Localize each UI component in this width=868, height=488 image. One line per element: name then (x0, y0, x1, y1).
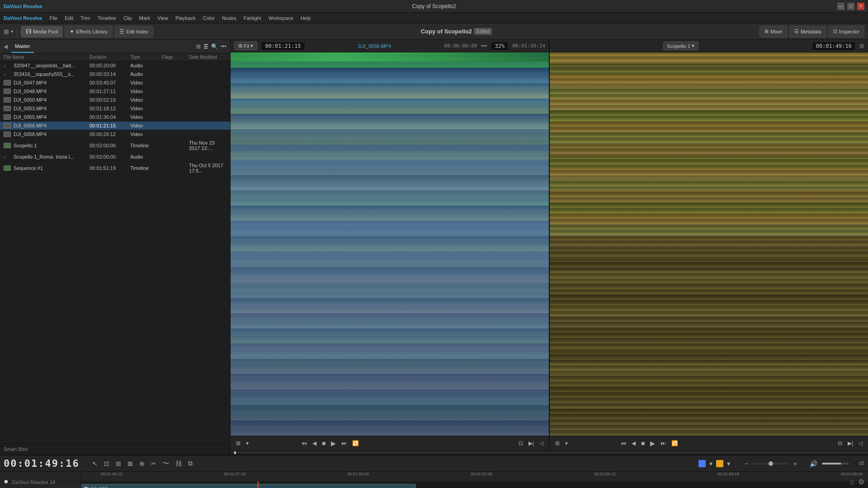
tl-fullscreen[interactable]: ⊟ (836, 439, 844, 447)
menu-workspace[interactable]: Workspace (269, 15, 293, 21)
close-button[interactable]: ✕ (857, 3, 864, 10)
volume-slider[interactable] (822, 463, 849, 465)
tl-loop[interactable]: 🔁 (670, 439, 680, 447)
list-view-icon[interactable]: ☰ (203, 43, 208, 50)
volume-button[interactable]: 🔊 (808, 459, 819, 468)
source-fit-button[interactable]: ⊞ Fit ▾ (234, 42, 257, 50)
menu-file[interactable]: File (49, 15, 57, 21)
flag-orange[interactable] (716, 460, 723, 467)
file-row-3[interactable]: DJI_0048.MP4 00:01:27:11 Video (0, 87, 230, 96)
source-zoom-display[interactable]: 32% (491, 42, 509, 51)
file-row-7[interactable]: DJI_0056.MP4 00:01:21:15 Video (0, 122, 230, 130)
tl-audio-scrub[interactable]: ◁ (857, 439, 864, 447)
zoom-slider[interactable] (753, 463, 789, 465)
panel-toggle-icon[interactable]: ⊞ (4, 28, 9, 35)
file-row-8[interactable]: DJI_0058.MP4 00:00:28:12 Video (0, 130, 230, 139)
blade-tool-button[interactable]: ✂ (149, 459, 158, 468)
menu-trim[interactable]: Trim (80, 15, 90, 21)
file-row-10[interactable]: ♪ Scopello 1_Roma: Inizia l... 00:02:00:… (0, 153, 230, 161)
media-pool-button[interactable]: 🎞 Media Pool (21, 26, 63, 38)
snap-button[interactable]: ⧉ (186, 459, 194, 468)
column-header-name[interactable]: File Name (4, 55, 90, 60)
minimize-button[interactable]: — (837, 3, 844, 10)
search-icon[interactable]: 🔍 (211, 43, 218, 50)
edit-point-button[interactable]: ⊠ (126, 459, 135, 468)
panel-toggle-dropdown[interactable]: ▾ (11, 29, 13, 34)
file-row-5[interactable]: DJI_0053.MP4 00:01:18:12 Video (0, 104, 230, 113)
multi-cam-button[interactable]: ⊞ (114, 459, 123, 468)
source-tc-menu-button[interactable]: ••• (481, 42, 487, 49)
inspector-button[interactable]: ⊡ Inspector (828, 26, 864, 38)
scrubber-handle[interactable] (234, 451, 236, 454)
source-cinema-mode[interactable]: ⊡ (517, 439, 525, 447)
menu-mark[interactable]: Mark (139, 15, 150, 21)
source-view-dropdown[interactable]: ▾ (244, 439, 250, 447)
menu-view[interactable]: View (157, 15, 168, 21)
tl-stop[interactable]: ■ (639, 439, 646, 448)
panel-collapse-icon[interactable]: ◀ (4, 43, 8, 50)
more-icon[interactable]: ••• (221, 43, 226, 50)
source-stop[interactable]: ■ (320, 439, 327, 448)
timeline-timecode-display[interactable]: 00:01:49:16 (812, 42, 856, 51)
tl-view-toggle[interactable]: ⊞ (553, 439, 561, 447)
source-timecode-display[interactable]: 00:01:21:15 (261, 42, 305, 51)
menu-edit[interactable]: Edit (65, 15, 73, 21)
tl-view-dropdown[interactable]: ▾ (563, 439, 570, 447)
column-header-duration[interactable]: Duration (90, 55, 130, 60)
metadata-button[interactable]: ☰ Metadata (789, 26, 826, 38)
timeline-content[interactable]: 📷 DJI_0058 (81, 482, 868, 488)
timeline-view-button[interactable]: Scopello 1 ▾ (663, 42, 698, 50)
file-row-6[interactable]: DJI_0055.MP4 00:01:36:04 Video (0, 113, 230, 122)
source-skip-to-start[interactable]: ⏮ (300, 439, 309, 447)
tl-skip-to-end[interactable]: ⏭ (659, 439, 668, 447)
video-clip-main[interactable]: 📷 DJI_0058 (81, 484, 416, 488)
timecode-ruler[interactable]: 00:01:45:1300:01:47:1900:01:50:0000:01:5… (81, 472, 868, 482)
menu-help[interactable]: Help (301, 15, 311, 21)
file-row-9[interactable]: Scopello 1 00:02:00:06 Timeline Thu Nov … (0, 139, 230, 153)
menu-nodes[interactable]: Nodes (222, 15, 236, 21)
tl-tc-menu-button[interactable]: ⊞ (859, 42, 864, 49)
source-match-frame[interactable]: ▶| (527, 439, 536, 447)
maximize-button[interactable]: □ (847, 3, 854, 10)
file-row-0[interactable]: ♪ 320947__sexpistols__balt... 00:05:20:0… (0, 61, 230, 70)
home-button[interactable]: ⌂ (850, 478, 854, 486)
smart-bins[interactable]: Smart Bins (0, 443, 230, 455)
select-tool-button[interactable]: ↖ (90, 459, 99, 468)
column-header-flags[interactable]: Flags (162, 55, 189, 60)
tl-play[interactable]: ▶ (648, 439, 657, 448)
link-button[interactable]: ⛓ (174, 459, 184, 468)
flag-dropdown[interactable]: ▾ (708, 459, 714, 468)
source-step-back[interactable]: ◀ (311, 439, 318, 447)
file-row-1[interactable]: ♪ 353416__squashy555__s... 00:00:33:14 A… (0, 70, 230, 79)
file-row-4[interactable]: DJI_0050.MP4 00:00:52:15 Video (0, 96, 230, 104)
source-skip-to-end[interactable]: ⏭ (340, 439, 349, 447)
mixer-button[interactable]: ⊞ Mixer (760, 26, 788, 38)
menu-timeline[interactable]: Timeline (98, 15, 116, 21)
menu-fairlight[interactable]: Fairlight (244, 15, 261, 21)
settings-button[interactable]: ⚙ (858, 478, 864, 486)
source-audio-scrub[interactable]: ◁ (538, 439, 545, 447)
edit-index-button[interactable]: ☰ Edit Index (114, 26, 153, 38)
flag-orange-dropdown[interactable]: ▾ (725, 459, 732, 468)
source-play[interactable]: ▶ (329, 439, 338, 448)
tl-skip-to-start[interactable]: ⏮ (619, 439, 628, 447)
tl-step-back[interactable]: ◀ (630, 439, 637, 447)
zoom-in-button[interactable]: + (792, 459, 799, 468)
tab-master[interactable]: Master (11, 40, 34, 53)
menu-playback[interactable]: Playback (175, 15, 196, 21)
column-header-date[interactable]: Date Modified (189, 55, 226, 60)
file-row-11[interactable]: Sequence #1 00:01:51:19 Timeline Thu Oct… (0, 161, 230, 175)
file-row-2[interactable]: DJI_0047.MP4 00:03:45:07 Video (0, 79, 230, 87)
menu-color[interactable]: Color (203, 15, 215, 21)
menu-clip[interactable]: Clip (123, 15, 132, 21)
menu-davinci-resolve[interactable]: DaVinci Resolve (4, 15, 42, 21)
source-view-toggle[interactable]: ⊞ (234, 439, 242, 447)
split-button[interactable]: ⊕ (137, 459, 146, 468)
dynamic-trim-button[interactable]: 〜 (161, 459, 171, 469)
zoom-out-button[interactable]: − (743, 459, 750, 468)
effects-library-button[interactable]: ✦ Effects Library (65, 26, 113, 38)
trim-tool-button[interactable]: ⊡ (102, 459, 111, 468)
flag-blue[interactable] (698, 460, 706, 467)
grid-view-icon[interactable]: ⊞ (196, 43, 201, 50)
tl-match-frame[interactable]: ▶| (846, 439, 855, 447)
